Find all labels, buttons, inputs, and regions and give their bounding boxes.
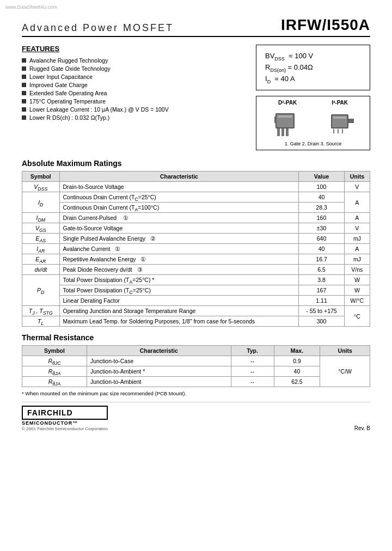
header-divider: [22, 36, 370, 37]
cell-char: Drain-to-Source Voltage: [59, 182, 299, 192]
cell-value: 6.5: [299, 265, 344, 275]
cell-units: mJ: [344, 254, 370, 265]
col-characteristic: Characteristic: [87, 346, 231, 356]
cell-symbol: VDSS: [22, 182, 60, 192]
cell-typ: --: [231, 377, 274, 387]
main-content: FEATURES Avalanche Rugged Technology Rug…: [22, 45, 370, 150]
d2pak-label: D²-PAK: [278, 100, 297, 106]
cell-value: 16.7: [299, 254, 344, 265]
bullet-icon: [22, 107, 26, 112]
svg-rect-2: [277, 128, 280, 136]
semiconductor-text: SEMICONDUCTOR™: [22, 420, 108, 426]
table-row: IDM Drain Current-Pulsed ① 160 A: [22, 213, 370, 223]
bullet-icon: [22, 58, 26, 63]
list-item: Lower Leakage Current : 10 μA (Max.) @ V…: [22, 106, 245, 113]
features-list: Avalanche Rugged Technology Rugged Gate …: [22, 57, 245, 121]
table-row: VGS Gate-to-Source Voltage ±30 V: [22, 223, 370, 234]
feature-text: Lower Leakage Current : 10 μA (Max.) @ V…: [29, 106, 169, 113]
list-item: Improved Gate Charge: [22, 82, 245, 88]
features-title: FEATURES: [22, 45, 245, 53]
part-number: IRFW/I550A: [281, 16, 370, 34]
package-box: D²-PAK I²-PAK: [256, 96, 370, 150]
cell-units: V: [344, 182, 370, 192]
cell-units: °C/W: [320, 356, 370, 387]
specs-package-section: BVDSS = 100 V RDS(on) = 0.04Ω ID = 40 A …: [256, 45, 370, 150]
cell-typ: --: [231, 356, 274, 366]
bullet-icon: [22, 66, 26, 71]
cell-char: Linear Derating Factor: [59, 296, 299, 306]
svg-rect-6: [278, 115, 292, 118]
cell-symbol: TJ , TSTG: [22, 306, 60, 316]
product-category: Advanced Power MOSFET: [22, 22, 174, 34]
package-caption: 1. Gate 2. Drain 3. Source: [261, 141, 365, 146]
cell-value: 100: [299, 182, 344, 192]
col-typ: Typ.: [231, 346, 274, 356]
feature-text: Extended Safe Operating Area: [29, 90, 107, 96]
cell-units: W/°C: [344, 296, 370, 306]
col-symbol: Symbol: [22, 172, 60, 182]
features-section: FEATURES Avalanche Rugged Technology Rug…: [22, 45, 245, 150]
cell-max: 62.5: [274, 377, 320, 387]
cell-units: mJ: [344, 234, 370, 244]
cell-value: 1.11: [299, 296, 344, 306]
table-row: EAR Repetitive Avalanche Energy ① 16.7 m…: [22, 254, 370, 265]
cell-symbol: RθJA: [22, 377, 87, 387]
cell-units: W: [344, 285, 370, 296]
col-characteristic: Characteristic: [59, 172, 299, 182]
svg-rect-5: [274, 117, 277, 123]
table-row: VDSS Drain-to-Source Voltage 100 V: [22, 182, 370, 192]
cell-char: Total Power Dissipation (TC=25°C): [59, 285, 299, 296]
d2pak-icon: [270, 109, 300, 139]
cell-char: Continuous Drain Current (TA=100°C): [59, 203, 299, 213]
feature-text: Improved Gate Charge: [29, 82, 88, 88]
cell-value: - 55 to +175: [299, 306, 344, 316]
fairchild-logo: FAIRCHILD SEMICONDUCTOR™ © 2001 Fairchil…: [22, 406, 108, 431]
col-units: Units: [344, 172, 370, 182]
cell-char: Junction-to-Case: [87, 356, 231, 366]
id-line: ID = 40 A: [265, 74, 361, 85]
col-value: Value: [299, 172, 344, 182]
cell-symbol: dv/dt: [22, 265, 60, 275]
svg-rect-3: [281, 128, 284, 136]
watermark-text: www.DataSheet4U.com: [5, 4, 57, 10]
cell-char: Maximum Lead Temp. for Soldering Purpose…: [59, 316, 299, 327]
table-row: IAR Avalanche Current ① 40 A: [22, 244, 370, 254]
col-max: Max.: [274, 346, 320, 356]
cell-symbol: VGS: [22, 223, 60, 234]
list-item: 175°C Operating Temperature: [22, 98, 245, 105]
cell-char: Gate-to-Source Voltage: [59, 223, 299, 234]
list-item: Lower R DS(ch) : 0.032 Ω(Typ.): [22, 114, 245, 121]
feature-text: Lower Input Capacitance: [29, 74, 93, 80]
cell-value: 640: [299, 234, 344, 244]
feature-text: 175°C Operating Temperature: [29, 98, 106, 105]
cell-value: 3.8: [299, 275, 344, 285]
package-images: [261, 109, 365, 139]
cell-symbol: RθJC: [22, 356, 87, 366]
bullet-icon: [22, 115, 26, 120]
cell-max: 0.9: [274, 356, 320, 366]
cell-units: V: [344, 223, 370, 234]
cell-value: 167: [299, 285, 344, 296]
header-row: Advanced Power MOSFET IRFW/I550A: [22, 16, 370, 34]
cell-symbol: TL: [22, 316, 60, 327]
abs-max-table: Symbol Characteristic Value Units VDSS D…: [22, 171, 370, 327]
feature-text: Avalanche Rugged Technology: [29, 57, 108, 64]
cell-units: °C: [344, 306, 370, 327]
cell-value: 300: [299, 316, 344, 327]
table-row: Linear Derating Factor 1.11 W/°C: [22, 296, 370, 306]
table-row: EAS Single Pulsed Avalanche Energy ② 640…: [22, 234, 370, 244]
bullet-icon: [22, 99, 26, 103]
cell-symbol: IDM: [22, 213, 60, 223]
table-row: TJ , TSTG Operating Junction and Storage…: [22, 306, 370, 316]
cell-char: Peak Diode Recovery dv/dt ③: [59, 265, 299, 275]
table-row: RθJA Junction-to-Ambient * -- 40: [22, 366, 370, 377]
cell-units: A: [344, 213, 370, 223]
cell-units: V/ns: [344, 265, 370, 275]
i2pak-icon: [327, 109, 357, 139]
cell-units: A: [344, 244, 370, 254]
specs-box: BVDSS = 100 V RDS(on) = 0.04Ω ID = 40 A: [256, 45, 370, 90]
list-item: Extended Safe Operating Area: [22, 90, 245, 96]
list-item: Lower Input Capacitance: [22, 74, 245, 80]
cell-char: Repetitive Avalanche Energy ①: [59, 254, 299, 265]
bvdss-line: BVDSS = 100 V: [265, 51, 361, 62]
